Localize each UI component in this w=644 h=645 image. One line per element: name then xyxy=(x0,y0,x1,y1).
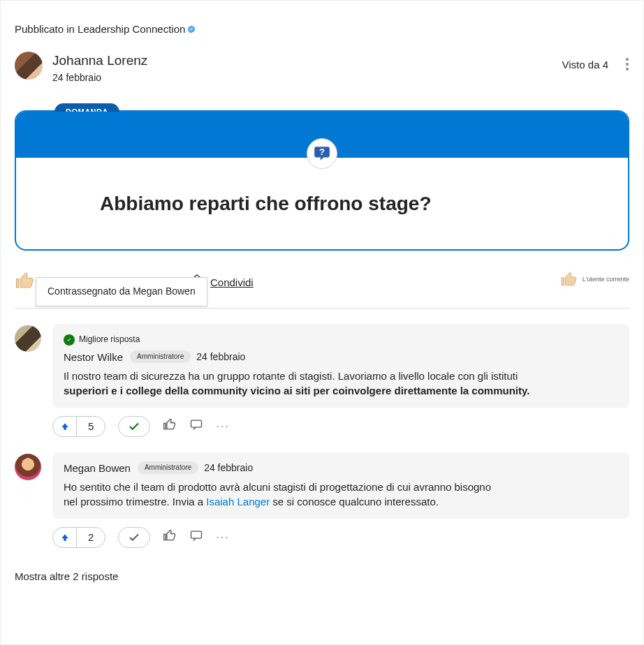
comment-byline: Nestor Wilke Amministratore 24 febbraio xyxy=(64,350,618,364)
role-chip: Amministratore xyxy=(130,350,191,363)
comment-body-line: nel prossimo trimestre. Invia a Isaiah L… xyxy=(64,494,618,509)
comment-bubble: Migliore risposta Nestor Wilke Amministr… xyxy=(52,324,629,408)
posted-in-prefix: Pubblicato in xyxy=(15,23,78,35)
upvote-control[interactable]: 5 xyxy=(52,416,105,437)
mark-best-button[interactable] xyxy=(118,416,150,437)
upvote-control[interactable]: 2 xyxy=(52,527,105,548)
reply-icon[interactable] xyxy=(189,528,203,547)
commenter-name[interactable]: Megan Bowen xyxy=(64,461,131,475)
best-answer-badge: Migliore risposta xyxy=(64,334,140,346)
svg-point-0 xyxy=(626,58,629,61)
show-more-replies[interactable]: Mostra altre 2 risposte xyxy=(15,569,629,584)
like-comment-icon[interactable] xyxy=(163,417,177,436)
question-card: DOMANDA ? Abbiamo reparti che offrono st… xyxy=(15,110,629,251)
verified-icon xyxy=(186,23,196,38)
question-icon: ? xyxy=(307,138,337,169)
author-name[interactable]: Johanna Lorenz xyxy=(52,52,147,71)
mark-best-button[interactable] xyxy=(118,527,150,548)
question-banner: ? xyxy=(16,112,628,158)
commenter-name[interactable]: Nestor Wilke xyxy=(64,350,123,364)
marked-by-tooltip: Contrassegnato da Megan Bowen xyxy=(36,277,207,306)
post-more-menu[interactable] xyxy=(625,57,629,75)
comment-body-text: se si conosce qualcuno interessato. xyxy=(272,496,439,507)
svg-text:?: ? xyxy=(319,147,325,157)
check-circle-icon xyxy=(64,334,75,346)
post-actions: Contrassegnato da Megan Bowen Condividi … xyxy=(15,270,629,309)
comment-byline: Megan Bowen Amministratore 24 febbraio xyxy=(64,461,618,475)
role-chip: Amministratore xyxy=(138,461,198,474)
community-link[interactable]: Leadership Connection xyxy=(78,23,185,35)
comment-body-line: Ho sentito che il team di prodotto avrà … xyxy=(64,480,618,494)
author-avatar[interactable] xyxy=(15,52,43,80)
user-mention[interactable]: Isaiah Langer xyxy=(206,496,270,507)
reply-icon[interactable] xyxy=(189,417,203,436)
svg-point-1 xyxy=(626,63,629,66)
comment-body-line: superiori e i college della community vi… xyxy=(64,383,618,398)
comment-more-icon[interactable]: ··· xyxy=(216,419,229,434)
comment-body-text: nel prossimo trimestre. Invia a xyxy=(64,496,206,507)
comment-date: 24 febbraio xyxy=(204,461,253,475)
comment: Megan Bowen Amministratore 24 febbraio H… xyxy=(15,452,629,519)
best-answer-label: Migliore risposta xyxy=(79,334,140,346)
question-text: Abbiamo reparti che offrono stage? xyxy=(16,158,628,249)
current-user-label: L'utente corrente xyxy=(583,275,629,284)
upvote-arrow-icon[interactable] xyxy=(53,417,77,436)
comment: Migliore risposta Nestor Wilke Amministr… xyxy=(15,324,629,408)
svg-rect-4 xyxy=(191,420,202,427)
like-comment-icon[interactable] xyxy=(163,528,177,547)
upvote-count: 2 xyxy=(77,530,105,544)
current-user-reaction[interactable]: L'utente corrente xyxy=(560,270,629,288)
upvote-arrow-icon[interactable] xyxy=(53,528,77,547)
commenter-avatar[interactable] xyxy=(15,454,41,480)
commenter-avatar[interactable] xyxy=(15,325,41,352)
comment-body-line: Il nostro team di sicurezza ha un gruppo… xyxy=(64,369,618,383)
svg-point-2 xyxy=(626,68,629,71)
comment-actions: 2 ··· xyxy=(52,527,629,548)
post-date: 24 febbraio xyxy=(52,71,147,85)
comment-more-icon[interactable]: ··· xyxy=(216,530,229,545)
comment-bubble: Megan Bowen Amministratore 24 febbraio H… xyxy=(52,452,629,519)
upvote-count: 5 xyxy=(77,419,105,433)
comment-actions: 5 ··· xyxy=(52,416,629,437)
share-label: Condividi xyxy=(210,275,254,290)
post-header: Johanna Lorenz 24 febbraio Visto da 4 xyxy=(15,52,629,85)
author-block: Johanna Lorenz 24 febbraio xyxy=(52,52,147,85)
like-icon[interactable] xyxy=(15,270,36,295)
seen-by-count[interactable]: Visto da 4 xyxy=(562,57,608,72)
comment-date: 24 febbraio xyxy=(196,350,245,364)
svg-rect-5 xyxy=(191,531,202,538)
posted-in-line: Pubblicato in Leadership Connection xyxy=(15,22,629,38)
